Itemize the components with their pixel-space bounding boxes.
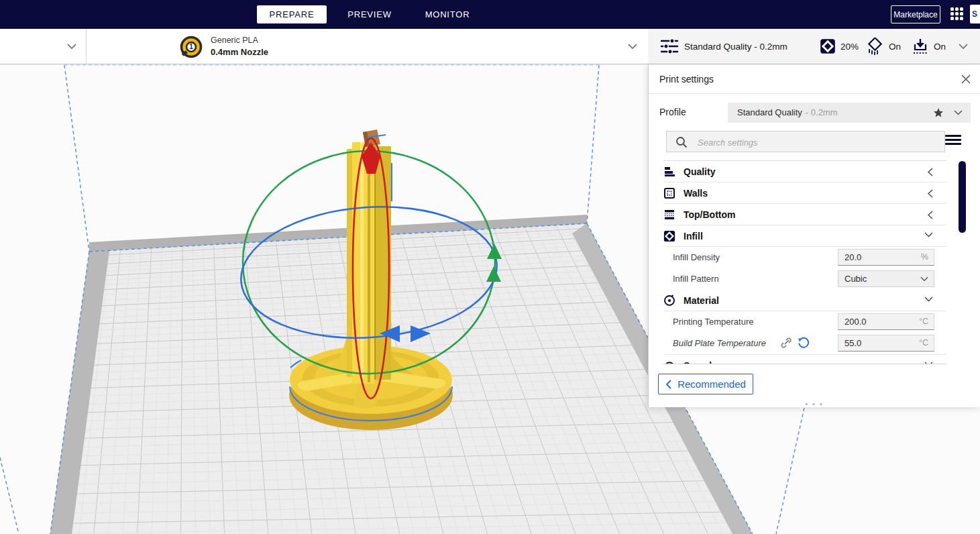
settings-scrollbar[interactable] — [959, 161, 966, 233]
marketplace-button[interactable]: Marketplace — [891, 5, 940, 23]
chevron-down-icon — [954, 110, 963, 115]
support-icon — [866, 38, 885, 56]
adhesion-icon — [911, 38, 930, 56]
menu-icon[interactable] — [945, 133, 961, 149]
summary-adhesion: On — [934, 29, 946, 64]
setting-row-printing-temperature: Printing Temperature 200.0 °C — [663, 311, 946, 333]
nozzle-size: 0.4mm Nozzle — [211, 46, 268, 58]
top-bottom-icon — [663, 209, 675, 221]
search-settings-box — [666, 131, 945, 152]
speed-icon — [663, 360, 675, 364]
setting-value: 55.0 — [845, 335, 861, 351]
build-plate-temperature-input[interactable]: 55.0 °C — [838, 335, 934, 352]
sliders-icon — [660, 38, 679, 55]
search-settings-input[interactable] — [696, 132, 927, 152]
chevron-left-icon — [928, 211, 933, 219]
profile-suffix: - 0.2mm — [806, 107, 838, 117]
summary-infill: 20% — [840, 29, 859, 64]
profile-label: Profile — [659, 107, 686, 117]
category-label: Infill — [684, 225, 703, 247]
revert-icon[interactable] — [798, 337, 810, 349]
sign-in-button-partial[interactable]: S — [970, 5, 980, 23]
infill-pattern-dropdown[interactable]: Cubic — [838, 270, 934, 287]
chevron-down-icon — [67, 44, 76, 50]
setting-row-infill-pattern: Infill Pattern Cubic — [663, 268, 946, 290]
category-infill[interactable]: Infill — [663, 225, 946, 247]
chevron-down-icon — [924, 297, 933, 302]
printer-selector[interactable] — [0, 29, 86, 64]
infill-icon — [820, 38, 836, 54]
setting-label: Infill Density — [673, 247, 720, 268]
tab-prepare[interactable]: PREPARE — [257, 5, 327, 23]
category-label: Top/Bottom — [684, 204, 736, 225]
configuration-toolbar: 1 Generic PLA 0.4mm Nozzle Standard Qual… — [0, 29, 980, 64]
material-name: Generic PLA — [211, 35, 268, 46]
setting-value: 200.0 — [845, 314, 867, 329]
chevron-down-icon — [959, 44, 968, 50]
setting-unit: % — [921, 250, 928, 265]
chevron-left-icon — [665, 380, 671, 389]
apps-grid-icon[interactable] — [950, 7, 964, 21]
profile-dropdown[interactable]: Standard Quality- 0.2mm — [728, 103, 971, 123]
svg-text:1: 1 — [189, 43, 193, 50]
chevron-left-icon — [928, 189, 933, 198]
quality-icon — [663, 166, 675, 178]
setting-value: 20.0 — [845, 250, 861, 265]
infill-density-input[interactable]: 20.0 % — [838, 249, 934, 266]
stage-tabs: PREPARE PREVIEW MONITOR — [257, 5, 482, 23]
print-settings-summary[interactable]: Standard Quality - 0.2mm 20% On On — [648, 29, 980, 64]
star-icon[interactable] — [933, 107, 944, 118]
infill-icon — [663, 230, 675, 242]
category-material[interactable]: Material — [663, 290, 946, 311]
recommended-label: Recommended — [677, 378, 746, 390]
link-icon[interactable] — [780, 337, 792, 349]
summary-support: On — [889, 29, 901, 64]
chevron-left-icon — [928, 168, 933, 176]
category-label: Quality — [684, 161, 715, 182]
extruder-icon: 1 — [179, 35, 203, 59]
category-label: Material — [684, 290, 719, 311]
setting-value: Cubic — [845, 271, 867, 286]
category-quality[interactable]: Quality — [663, 161, 946, 182]
panel-title: Print settings — [659, 64, 714, 94]
print-settings-panel: Print settings Profile Standard Quality-… — [648, 64, 980, 407]
category-top-bottom[interactable]: Top/Bottom — [663, 204, 946, 225]
material-icon — [663, 295, 675, 307]
chevron-down-icon — [628, 44, 637, 50]
category-label: Walls — [684, 182, 708, 204]
top-bar: PREPARE PREVIEW MONITOR Marketplace S — [0, 0, 980, 29]
panel-resize-handle[interactable]: • • • — [805, 402, 824, 406]
setting-label: Infill Pattern — [673, 268, 719, 290]
settings-list: Quality Walls Top/Bottom — [663, 160, 946, 364]
walls-icon — [663, 187, 675, 199]
tab-preview[interactable]: PREVIEW — [335, 5, 404, 23]
recommended-button[interactable]: Recommended — [658, 374, 753, 394]
summary-profile: Standard Quality - 0.2mm — [684, 29, 787, 64]
chevron-down-icon — [920, 276, 928, 282]
material-selector[interactable]: 1 Generic PLA 0.4mm Nozzle — [86, 29, 648, 64]
setting-label: Build Plate Temperature — [673, 333, 766, 354]
close-icon[interactable] — [960, 73, 972, 85]
chevron-down-icon — [924, 232, 933, 237]
printing-temperature-input[interactable]: 200.0 °C — [838, 313, 934, 330]
category-speed[interactable]: Speed — [663, 354, 946, 364]
setting-row-build-plate-temperature: Build Plate Temperature 55.0 °C — [663, 333, 946, 354]
search-icon — [675, 136, 688, 149]
setting-unit: °C — [919, 335, 928, 351]
profile-value: Standard Quality — [737, 107, 802, 117]
panel-header: Print settings — [649, 64, 980, 94]
setting-unit: °C — [919, 314, 928, 329]
tab-monitor[interactable]: MONITOR — [413, 5, 482, 23]
setting-label: Printing Temperature — [673, 311, 753, 333]
setting-row-infill-density: Infill Density 20.0 % — [663, 247, 946, 268]
category-label: Speed — [684, 355, 712, 364]
category-walls[interactable]: Walls — [663, 182, 946, 204]
